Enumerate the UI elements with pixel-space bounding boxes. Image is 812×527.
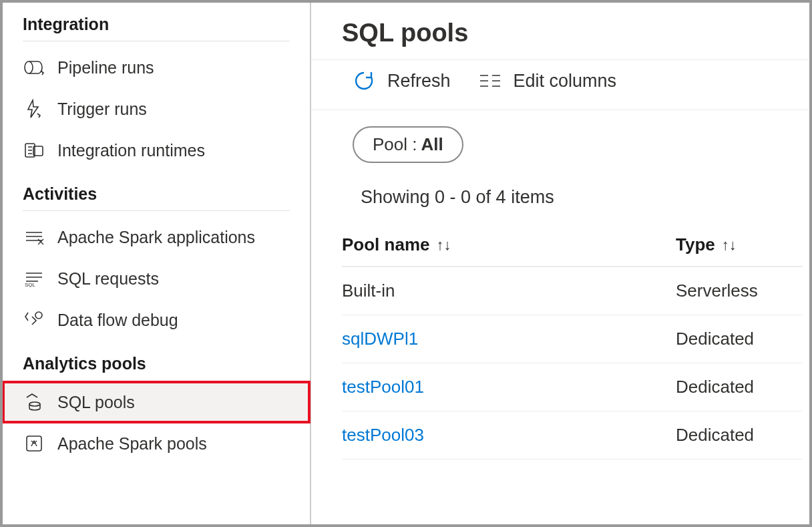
sql-pools-icon — [23, 392, 45, 412]
table-row: testPool01 Dedicated — [342, 363, 803, 411]
sidebar-item-sql-pools[interactable]: SQL pools — [3, 381, 310, 423]
sidebar-item-label: Apache Spark pools — [57, 434, 207, 454]
pool-name-link[interactable]: sqlDWPl1 — [342, 329, 418, 349]
sidebar-item-label: Pipeline runs — [57, 58, 154, 77]
apache-spark-pools-icon — [23, 433, 45, 454]
table-row: Built-in Serverless — [342, 267, 803, 315]
pool-name-link[interactable]: testPool03 — [342, 425, 424, 446]
trigger-runs-icon — [23, 99, 45, 119]
sidebar-item-apache-spark-pools[interactable]: Apache Spark pools — [3, 423, 310, 464]
sidebar-item-label: SQL pools — [57, 393, 135, 412]
pool-name-cell: Built-in — [342, 281, 395, 301]
main-content: SQL pools Refresh Edit columns Pool : Al… — [311, 3, 809, 524]
column-header-pool-name[interactable]: Pool name ↑↓ — [342, 234, 676, 255]
sidebar: Integration Pipeline runs Trigger runs I… — [3, 3, 311, 524]
edit-columns-label: Edit columns — [514, 71, 617, 92]
pool-name-link[interactable]: testPool01 — [342, 377, 424, 397]
result-count-status: Showing 0 - 0 of 4 items — [311, 175, 809, 228]
sort-icon: ↑↓ — [722, 236, 737, 254]
page-title: SQL pools — [311, 15, 809, 59]
sidebar-section-header-analytics-pools: Analytics pools — [23, 354, 290, 376]
sidebar-item-pipeline-runs[interactable]: Pipeline runs — [3, 47, 310, 88]
pipeline-runs-icon — [23, 57, 45, 77]
sidebar-item-sql-requests[interactable]: SQL SQL requests — [3, 258, 310, 299]
table-row: testPool03 Dedicated — [342, 411, 803, 460]
sidebar-item-label: Apache Spark applications — [57, 228, 255, 247]
svg-point-5 — [29, 402, 40, 406]
pool-type-cell: Dedicated — [676, 377, 754, 397]
sql-requests-icon: SQL — [23, 269, 45, 289]
refresh-label: Refresh — [387, 71, 451, 92]
sidebar-item-integration-runtimes[interactable]: Integration runtimes — [3, 130, 310, 171]
spark-applications-icon — [23, 227, 45, 247]
data-flow-debug-icon — [23, 310, 45, 330]
svg-point-0 — [25, 61, 33, 73]
svg-text:SQL: SQL — [25, 282, 36, 287]
svg-point-4 — [35, 312, 42, 319]
pool-type-cell: Serverless — [676, 281, 758, 301]
sidebar-item-apache-spark-applications[interactable]: Apache Spark applications — [3, 216, 310, 258]
pool-filter-pill[interactable]: Pool : All — [353, 126, 463, 163]
filter-row: Pool : All — [311, 110, 809, 175]
column-header-type[interactable]: Type ↑↓ — [676, 234, 803, 255]
sidebar-section-header-activities: Activities — [23, 184, 290, 211]
pool-type-cell: Dedicated — [676, 329, 754, 349]
pool-filter-value: All — [421, 134, 443, 155]
table-header-row: Pool name ↑↓ Type ↑↓ — [342, 228, 803, 267]
sidebar-item-label: SQL requests — [57, 269, 159, 289]
pool-filter-label: Pool : — [373, 134, 417, 155]
refresh-button[interactable]: Refresh — [353, 69, 451, 92]
edit-columns-icon — [479, 71, 501, 90]
sidebar-section-header-integration: Integration — [23, 15, 290, 41]
table-row: sqlDWPl1 Dedicated — [342, 315, 803, 363]
sidebar-item-label: Trigger runs — [57, 100, 147, 119]
sidebar-item-label: Data flow debug — [57, 311, 178, 330]
pools-table: Pool name ↑↓ Type ↑↓ Built-in Serverless… — [342, 228, 803, 460]
sidebar-item-data-flow-debug[interactable]: Data flow debug — [3, 299, 310, 341]
sort-icon: ↑↓ — [436, 236, 451, 254]
edit-columns-button[interactable]: Edit columns — [479, 71, 617, 92]
refresh-icon — [353, 69, 375, 92]
pool-type-cell: Dedicated — [676, 425, 754, 446]
integration-runtimes-icon — [23, 140, 45, 160]
toolbar: Refresh Edit columns — [311, 59, 809, 110]
sidebar-item-label: Integration runtimes — [57, 141, 205, 160]
sidebar-item-trigger-runs[interactable]: Trigger runs — [3, 88, 310, 130]
